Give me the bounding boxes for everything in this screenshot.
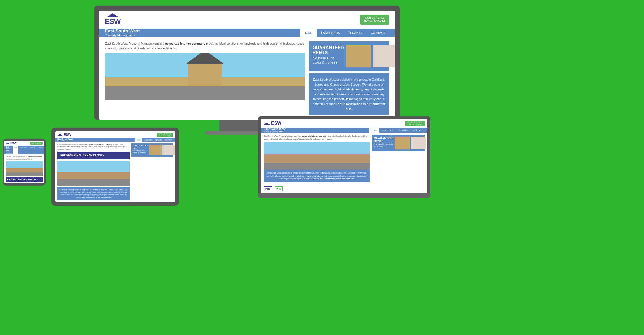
fireplace-image [373,45,395,67]
tablet-intro: East South West Property Management is a… [57,143,130,150]
phone-device: ESW GIVE US A CALL East South West Prope… [3,139,46,186]
laptop-nav-landlords[interactable]: LANDLORDS [380,128,396,133]
laptop-gimg [395,137,410,149]
monitor-frame: ESW GIVE US A CALL 07523 515744 East Sou… [94,6,400,120]
tablet-gimg [149,145,162,155]
nav-home[interactable]: HOME [300,29,317,37]
laptop-gtitle: GUARANTEED RENTS [374,137,394,143]
laptop-nav-home[interactable]: HOME [369,128,379,133]
guaranteed-subtitle: No hassle, no voids & no fees [313,56,344,64]
laptop-intro-bold: corporate lettings company [302,135,328,137]
phone-call-label: GIVE US A CALL [31,143,42,144]
tablet-frame: ESW GIVE US A CALL 07523 515744 East Sou… [51,128,179,206]
nav-links: HOME LANDLORDS TENANTS CONTACT [300,29,389,37]
laptop-left: East South West Property Management is a… [264,135,370,182]
phone-nav-contact[interactable]: CONTACT [36,146,44,154]
guaranteed-rents-box: GUARANTEED RENTS No hassle, no voids & n… [309,41,389,71]
tablet-intro-bold: corporate lettings company [90,144,112,145]
logo-area: ESW [105,13,124,26]
phone-logo-roof [6,143,10,144]
house-body [188,64,222,86]
tablet-nav-contact[interactable]: CONTACT [163,138,173,142]
tablet-nav-tenants[interactable]: TENANTS [154,138,163,142]
tablet-logo-text: ESW [64,133,71,137]
intro-text: East South West Property Management is a… [105,41,305,50]
tablet-call-number: 07523 515744 [160,135,170,136]
phone-house-image [6,161,43,176]
site-header: ESW GIVE US A CALL 07523 515744 [99,11,395,29]
laptop-guaranteed-rents: GUARANTEED RENTS No hassle, no voids & n… [372,135,425,151]
phone-pro-tenants-box: PROFESSIONAL TENANTS ONLY [6,177,43,182]
company-sub: Property Management [105,34,300,37]
laptop-logo-text: ESW [271,121,281,126]
phone-screen: ESW GIVE US A CALL East South West Prope… [4,141,44,183]
laptop-intro-text: East South West Property Management is a [264,135,302,137]
laptop-specialise-bold: Your satisfaction is our constant aim. [320,178,354,180]
guaranteed-house-image [346,45,371,67]
site-content: East South West Property Management is a… [99,37,395,120]
phone-call-btn[interactable]: GIVE US A CALL [30,142,43,145]
laptop-company-name: East South West [264,128,369,131]
tablet-gtitle: GUARANTEED RENTS [133,145,148,150]
company-name: East South West [105,29,300,34]
nav-landlords[interactable]: LANDLORDS [317,29,344,37]
laptop-gsub: No hassle, no voids & no fees [374,143,394,148]
laptop-header: ESW GIVE US A CALL 07523 515744 [261,119,427,128]
tablet-company-sub: Property Management [57,140,135,142]
tablet-nav: East South West Property Management HOME… [55,138,175,142]
tablet-nav-landlords[interactable]: LANDLORDS [142,138,154,142]
laptop-call-btn[interactable]: GIVE US A CALL 07523 515744 [405,121,425,126]
phone-nav: East South West Property Management HOME… [4,146,44,154]
phone-frame: ESW GIVE US A CALL East South West Prope… [3,139,46,186]
tablet-content: East South West Property Management is a… [55,142,175,202]
phone-logo: ESW [6,142,17,145]
tablet-grents-text: GUARANTEED RENTS No hassle, no voids & n… [133,145,148,155]
prs-badge-1: PRS [264,186,272,191]
phone-nav-links: HOME LANDLORDS TENANTS CONTACT [13,146,44,154]
tablet-nav-title: East South West Property Management [57,138,135,142]
laptop-call-number: 07523 515744 [409,123,421,125]
tablet-nav-links: HOME LANDLORDS TENANTS CONTACT [135,138,173,142]
desktop-monitor: ESW GIVE US A CALL 07523 515744 East Sou… [94,6,400,135]
phone-nav-home[interactable]: HOME [13,146,18,154]
tablet-left: East South West Property Management is a… [57,143,130,200]
phone-company-name: East South West [6,146,12,151]
tablet-nav-home[interactable]: HOME [135,138,142,142]
tablet-call-btn[interactable]: GIVE US A CALL 07523 515744 [157,133,173,137]
call-button[interactable]: GIVE US A CALL 07523 515744 [360,15,389,25]
laptop-nav-title: East South West Property Management [264,128,369,133]
tablet-pro-tenants-box: PROFESSIONAL TENANTS ONLY [57,152,130,159]
tablet-company-name: East South West [57,138,135,140]
laptop-logo-roof [264,123,270,125]
tablet-device: ESW GIVE US A CALL 07523 515744 East Sou… [51,128,179,206]
laptop-house-image [264,142,370,170]
laptop-screen: ESW GIVE US A CALL 07523 515744 East Sou… [261,119,427,193]
laptop-call-label: GIVE US A CALL [407,121,422,123]
nav-bar: East South West Property Management HOME… [99,29,395,37]
guaranteed-text: GUARANTEED RENTS No hassle, no voids & n… [313,45,344,67]
tablet-specialise: East South West specialise in properties… [57,187,130,200]
phone-nav-title: East South West Property Management [6,146,12,154]
phone-header: ESW GIVE US A CALL [4,141,44,146]
laptop-nav: East South West Property Management HOME… [261,128,427,133]
phone-nav-tenants[interactable]: TENANTS [29,146,36,154]
laptop-nav-contact[interactable]: CONTACT [411,128,425,133]
phone-intro-after: providing ideal solutions for landlords … [6,157,42,160]
phone-company-sub: Property Management [6,151,12,154]
phone-nav-landlords[interactable]: LANDLORDS [19,146,28,154]
house-image [105,53,305,100]
laptop-right: GUARANTEED RENTS No hassle, no voids & n… [372,135,425,182]
tablet-pro-tenants-text: PROFESSIONAL TENANTS ONLY [60,154,104,157]
laptop-grents-text: GUARANTEED RENTS No hassle, no voids & n… [374,137,394,149]
logo-roof [107,13,119,17]
call-label: GIVE US A CALL [364,16,385,19]
intro-normal: East South West Property Management is a [105,42,165,45]
phone-pro-tenants-text: PROFESSIONAL TENANTS ONLY [7,179,38,181]
nav-contact[interactable]: CONTACT [367,29,389,37]
laptop-logo: ESW [264,121,281,126]
site-title-area: East South West Property Management [105,29,300,37]
nav-tenants[interactable]: TENANTS [344,29,366,37]
laptop-nav-tenants[interactable]: TENANTS [397,128,411,133]
laptop-frame: ESW GIVE US A CALL 07523 515744 East Sou… [258,116,430,193]
phone-intro-bold: corporate lettings company [28,156,42,157]
